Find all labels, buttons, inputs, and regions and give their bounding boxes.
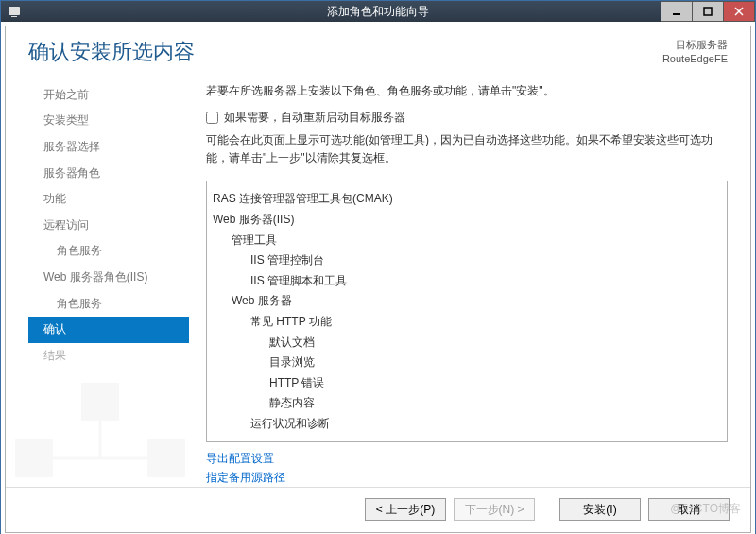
close-button[interactable]	[723, 1, 755, 22]
sidebar-step[interactable]: 确认	[28, 317, 189, 343]
page-title: 确认安装所选内容	[28, 38, 195, 66]
instruction-text: 若要在所选服务器上安装以下角色、角色服务或功能，请单击"安装"。	[206, 82, 728, 100]
app-icon	[7, 4, 22, 19]
inner-frame: 确认安装所选内容 目标服务器 RouteEdgeFE 开始之前安装类型服务器选择…	[5, 26, 751, 533]
auto-restart-label[interactable]: 如果需要，自动重新启动目标服务器	[224, 110, 405, 126]
footer-bar: < 上一步(P) 下一步(N) > 安装(I) 取消 @51CTO博客	[6, 487, 750, 532]
svg-rect-1	[11, 16, 17, 17]
feature-item: 默认文档	[213, 333, 721, 353]
links-area: 导出配置设置 指定备用源路径	[206, 450, 728, 486]
sidebar-step[interactable]: Web 服务器角色(IIS)	[28, 265, 189, 291]
sidebar-step: 结果	[28, 343, 189, 370]
destination-label: 目标服务器	[662, 38, 728, 52]
alt-source-link[interactable]: 指定备用源路径	[206, 469, 728, 487]
destination-value: RouteEdgeFE	[662, 52, 728, 66]
previous-button[interactable]: < 上一步(P)	[365, 498, 446, 521]
next-button: 下一步(N) >	[454, 498, 535, 521]
header-area: 确认安装所选内容 目标服务器 RouteEdgeFE	[6, 26, 750, 77]
main-column: 若要在所选服务器上安装以下角色、角色服务或功能，请单击"安装"。 如果需要，自动…	[189, 77, 750, 487]
auto-restart-checkbox[interactable]	[206, 112, 218, 124]
sidebar-step[interactable]: 安装类型	[28, 108, 189, 134]
sidebar-step[interactable]: 服务器角色	[28, 161, 189, 187]
feature-item: IIS 管理控制台	[213, 250, 721, 271]
feature-item: 运行状况和诊断	[213, 414, 721, 435]
svg-rect-0	[9, 7, 20, 15]
feature-item: 常见 HTTP 功能	[213, 312, 721, 333]
install-button[interactable]: 安装(I)	[559, 498, 641, 521]
window-controls	[662, 1, 755, 22]
sidebar-step[interactable]: 角色服务	[28, 291, 189, 318]
sidebar-step[interactable]: 功能	[28, 186, 189, 213]
feature-item: IIS 管理脚本和工具	[213, 271, 721, 292]
wizard-window: 添加角色和功能向导 确认安装所选内容 目标服务器 RouteEdgeFE	[0, 0, 756, 534]
maximize-button[interactable]	[692, 1, 724, 22]
auto-restart-row: 如果需要，自动重新启动目标服务器	[206, 110, 728, 126]
export-config-link[interactable]: 导出配置设置	[206, 450, 728, 468]
minimize-button[interactable]	[661, 1, 693, 22]
sidebar-step[interactable]: 远程访问	[28, 213, 189, 239]
destination-info: 目标服务器 RouteEdgeFE	[662, 38, 728, 67]
selected-features-list[interactable]: RAS 连接管理器管理工具包(CMAK)Web 服务器(IIS)管理工具IIS …	[206, 181, 728, 442]
feature-item: 管理工具	[213, 231, 721, 251]
window-title: 添加角色和功能向导	[327, 4, 429, 20]
svg-rect-3	[704, 8, 712, 15]
feature-item: HTTP 错误	[213, 373, 721, 394]
content-wrap: 确认安装所选内容 目标服务器 RouteEdgeFE 开始之前安装类型服务器选择…	[1, 22, 755, 534]
title-bar: 添加角色和功能向导	[1, 1, 755, 22]
sidebar-step[interactable]: 角色服务	[28, 238, 189, 265]
sidebar-step[interactable]: 开始之前	[28, 82, 189, 109]
feature-item: RAS 连接管理器管理工具包(CMAK)	[213, 189, 721, 210]
optional-features-note: 可能会在此页面上显示可选功能(如管理工具)，因为已自动选择这些功能。如果不希望安…	[206, 131, 728, 167]
feature-item: 目录浏览	[213, 353, 721, 373]
wizard-steps-sidebar: 开始之前安装类型服务器选择服务器角色功能远程访问角色服务Web 服务器角色(II…	[28, 77, 189, 487]
sidebar-step[interactable]: 服务器选择	[28, 134, 189, 161]
cancel-button[interactable]: 取消	[648, 498, 730, 521]
feature-item: 静态内容	[213, 393, 721, 414]
feature-item: Web 服务器	[213, 291, 721, 312]
body: 开始之前安装类型服务器选择服务器角色功能远程访问角色服务Web 服务器角色(II…	[6, 77, 750, 487]
feature-item: Web 服务器(IIS)	[213, 210, 721, 231]
